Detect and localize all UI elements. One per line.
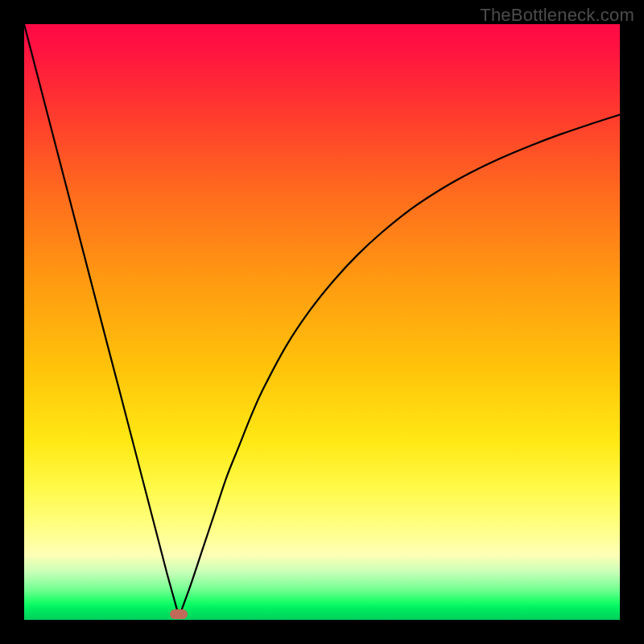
plot-area xyxy=(24,24,620,620)
optimal-marker xyxy=(170,609,188,619)
watermark-text: TheBottleneck.com xyxy=(480,5,634,26)
chart-frame: TheBottleneck.com xyxy=(0,0,644,644)
bottleneck-curve xyxy=(24,24,620,620)
